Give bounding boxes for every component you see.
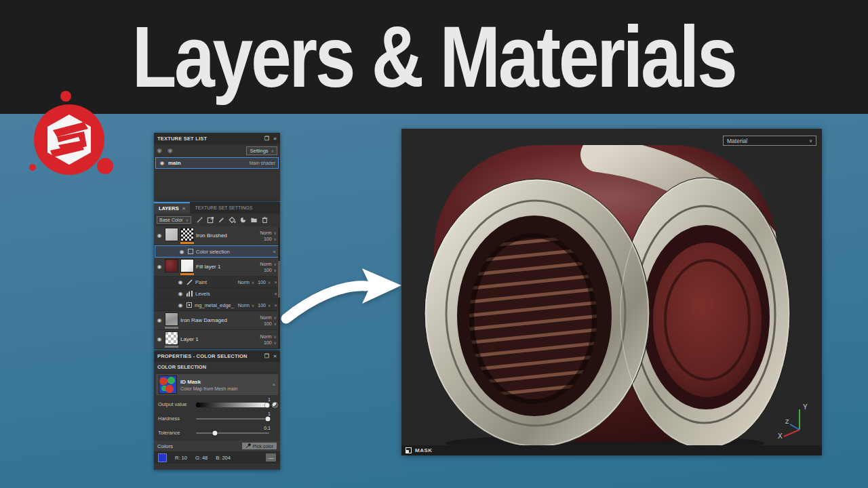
visibility-icon[interactable]: ◉ [159,160,165,166]
axis-y-label: Y [803,403,808,411]
layer-row-fill-layer-1[interactable]: ◉ Fill layer 1 Norm∨ 100∨ [154,258,280,277]
thumbnail-canvas: Layers & Materials TEXTURE SET LIST ❐ × … [0,0,868,488]
axis-gizmo[interactable]: Y X Z [777,401,812,439]
blend-mode-select[interactable]: Norm∨ [238,280,255,285]
blend-mode-select[interactable]: Norm∨ [260,334,277,339]
layer-row-iron-raw-damaged[interactable]: ◉ Iron Raw Damaged Norm∨ 100∨ [154,311,280,330]
opacity-select[interactable]: 100∨ [264,321,277,326]
effect-row-mg-metal-edge[interactable]: ◉ mg_metal_edge_ Norm∨ 100∨ × [154,300,280,311]
visibility-icon[interactable]: ◉ [156,264,163,270]
clear-id-mask-icon[interactable]: × [272,382,275,388]
slider-hardness: Hardness 1 [154,411,280,425]
add-effect-wand-icon[interactable] [196,216,203,224]
id-mask-slot[interactable]: ID Mask Color Map from Mesh main × [156,374,278,395]
close-panel-icon[interactable]: × [273,353,277,359]
visibility-icon[interactable]: ◉ [177,302,184,308]
smudge-icon[interactable] [239,216,247,224]
geometry-visibility-icon[interactable]: ◉ [157,147,162,154]
layer-row-layer-1[interactable]: ◉ Layer 1 Norm∨ 100∨ [154,330,280,349]
remove-effect-icon[interactable]: × [273,249,276,255]
remove-effect-icon[interactable]: × [274,279,277,285]
chevron-down-icon: ∨ [809,138,812,144]
effect-name[interactable]: mg_metal_edge_ [195,302,234,308]
output-value-slider[interactable] [196,403,269,407]
tab-layers[interactable]: LAYERS × [154,202,190,214]
mask-status-bar: MASK [401,445,822,455]
texture-set-list-panel: TEXTURE SET LIST ❐ × ◉ ◉ Settings ∨ ◉ ma… [154,133,280,201]
settings-dropdown[interactable]: Settings ∨ [246,146,277,155]
tolerance-slider[interactable] [196,432,269,434]
opacity-select[interactable]: 100∨ [258,303,271,308]
texture-set-list-header[interactable]: TEXTURE SET LIST ❐ × [154,133,280,144]
visibility-icon[interactable]: ◉ [177,279,184,285]
viewport-3d[interactable]: Material ∨ MASK Y X Z [401,129,822,455]
blend-mode-select[interactable]: Norm∨ [260,230,277,235]
logo-dot-top [60,91,71,102]
layer-name[interactable]: Layer 1 [180,336,258,342]
color-swatch[interactable] [158,453,167,462]
float-panel-icon[interactable]: ❐ [264,353,269,359]
close-panel-icon[interactable]: × [273,136,277,142]
tab-texture-set-settings[interactable]: TEXTURE SET SETTINGS [190,202,257,214]
layer-name[interactable]: Iron Brushed [196,232,258,239]
axis-z-label: Z [785,418,789,425]
fill-bucket-icon[interactable] [229,216,236,224]
active-channel-indicator [180,273,194,275]
texture-set-row-main[interactable]: ◉ main Main shader [155,157,279,169]
hardness-slider[interactable] [196,418,269,420]
channel-filter-dropdown[interactable]: Base Color ∨ [157,216,191,224]
layer-name[interactable]: Fill layer 1 [196,264,258,270]
effect-name[interactable]: Levels [195,291,210,297]
layer-content-thumbnail[interactable] [165,331,178,345]
visibility-icon[interactable]: ◉ [178,249,185,255]
chevron-down-icon: ∨ [186,218,189,222]
blend-mode-select[interactable]: Norm∨ [238,303,255,308]
layer-content-thumbnail[interactable] [165,228,178,241]
axis-x-label: X [778,432,783,439]
effect-name[interactable]: Color selection [196,249,230,255]
blend-mode-select[interactable]: Norm∨ [260,315,277,320]
layer-mask-thumbnail[interactable] [180,259,194,272]
opacity-select[interactable]: 100∨ [264,237,277,241]
layer-content-thumbnail[interactable] [165,312,178,326]
add-paint-layer-icon[interactable] [218,216,225,224]
material-ball-render [401,129,822,455]
close-tab-icon[interactable]: × [182,205,186,211]
color-selection-effect-icon [188,249,193,254]
panel-tabs: LAYERS × TEXTURE SET SETTINGS [154,202,280,214]
visibility-icon[interactable]: ◉ [156,232,163,239]
material-visibility-icon[interactable]: ◉ [167,147,173,154]
remove-color-button[interactable]: — [266,453,276,462]
visibility-icon[interactable]: ◉ [177,291,184,297]
folder-icon[interactable] [250,216,258,224]
pick-color-button[interactable]: Pick color [242,443,277,449]
layer-row-iron-brushed[interactable]: ◉ Iron Brushed Norm∨ 100∨ [154,226,280,245]
effect-row-levels[interactable]: ◉ Levels × [154,288,280,300]
blend-mode-select[interactable]: Norm∨ [260,262,277,266]
remove-effect-icon[interactable]: × [274,291,277,297]
visibility-icon[interactable]: ◉ [156,317,163,323]
trash-icon[interactable] [261,216,269,224]
visibility-icon[interactable]: ◉ [156,336,163,342]
generator-effect-icon [186,302,192,308]
properties-header[interactable]: PROPERTIES - COLOR SELECTION ❐ × [154,350,280,362]
layer-content-thumbnail[interactable] [165,259,178,272]
effect-row-color-selection[interactable]: ◉ Color selection × [155,245,279,258]
opacity-select[interactable]: 100∨ [264,340,277,345]
layer-name[interactable]: Iron Raw Damaged [180,317,258,323]
effect-row-paint[interactable]: ◉ Paint Norm∨ 100∨ × [154,277,280,288]
grayscale-indicator-icon[interactable] [272,402,278,408]
add-fill-layer-icon[interactable] [207,216,214,224]
layers-panel: LAYERS × TEXTURE SET SETTINGS Base Color… [154,202,280,349]
id-map-thumbnail[interactable] [159,375,177,394]
remove-effect-icon[interactable]: × [274,302,277,308]
selected-color-row[interactable]: R: 10 G: 48 B: 204 — [154,451,280,464]
properties-panel: PROPERTIES - COLOR SELECTION ❐ × COLOR S… [154,350,280,470]
float-panel-icon[interactable]: ❐ [264,136,269,142]
layers-toolbar: Base Color ∨ [154,214,280,226]
opacity-select[interactable]: 100∨ [258,280,271,285]
layer-mask-thumbnail[interactable] [180,228,194,241]
view-mode-dropdown[interactable]: Material ∨ [723,136,816,146]
opacity-select[interactable]: 100∨ [264,268,277,272]
effect-name[interactable]: Paint [195,279,207,285]
